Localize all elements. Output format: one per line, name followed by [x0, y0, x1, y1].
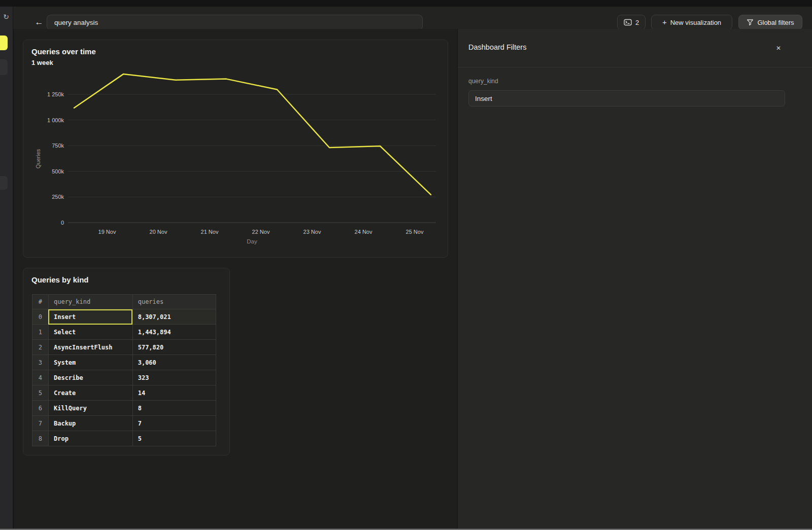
topbar: ← 2 + New visualization Global filters: [13, 7, 812, 29]
row-index-cell: 0: [32, 309, 49, 325]
close-icon[interactable]: ✕: [772, 42, 785, 54]
table-title: Queries by kind: [31, 275, 89, 284]
global-filters-button[interactable]: Global filters: [738, 15, 802, 30]
panel-title: Dashboard Filters: [468, 43, 526, 51]
table-row: 7Backup7: [32, 416, 216, 431]
row-index-cell: 5: [32, 385, 49, 401]
table-row: 3System3,060: [32, 355, 216, 370]
query-kind-cell[interactable]: Create: [48, 385, 132, 401]
console-count: 2: [635, 19, 639, 26]
query-kind-filter-input[interactable]: [468, 90, 785, 107]
svg-text:1 250k: 1 250k: [47, 91, 64, 97]
rail-tab-yellow-swatch[interactable]: [0, 36, 8, 50]
svg-text:22 Nov: 22 Nov: [252, 229, 270, 235]
svg-text:25 Nov: 25 Nov: [406, 229, 424, 235]
main-content: Queries over time 1 week 0250k500k750k1 …: [14, 29, 457, 528]
query-kind-cell[interactable]: KillQuery: [48, 401, 132, 416]
queries-value-cell[interactable]: 3,060: [132, 355, 216, 370]
panel-divider: [458, 67, 812, 67]
row-index-cell: 7: [32, 416, 49, 431]
query-kind-cell[interactable]: Insert: [48, 309, 132, 325]
queries-table-body: 0Insert8,307,0211Select1,443,8942AsyncIn…: [32, 309, 216, 446]
svg-text:Queries: Queries: [35, 149, 41, 168]
queries-value-cell[interactable]: 5: [132, 431, 216, 446]
query-kind-cell[interactable]: Backup: [48, 416, 132, 431]
queries-value-cell[interactable]: 8,307,021: [132, 309, 216, 325]
query-kind-cell[interactable]: System: [48, 355, 132, 370]
column-header-index: #: [32, 295, 49, 309]
query-kind-cell[interactable]: Drop: [48, 431, 132, 446]
table-row: 8Drop5: [32, 431, 216, 446]
row-index-cell: 3: [32, 355, 49, 370]
table-row: 1Select1,443,894: [32, 325, 216, 340]
new-visualization-label: New visualization: [670, 19, 721, 26]
left-rail: ↻: [0, 7, 13, 528]
rail-tab-item[interactable]: [0, 176, 8, 190]
queries-over-time-chart: 0250k500k750k1 000k1 250k19 Nov20 Nov21 …: [23, 40, 448, 257]
refresh-icon[interactable]: ↻: [1, 11, 12, 22]
svg-text:24 Nov: 24 Nov: [355, 229, 373, 235]
row-index-cell: 8: [32, 431, 49, 446]
row-index-cell: 6: [32, 401, 49, 416]
table-row: 5Create14: [32, 385, 216, 401]
table-row: 4Describe323: [32, 370, 216, 385]
query-kind-cell[interactable]: AsyncInsertFlush: [48, 340, 132, 355]
table-header-row: # query_kind queries: [32, 295, 216, 309]
console-count-button[interactable]: 2: [617, 15, 646, 30]
queries-value-cell[interactable]: 8: [132, 401, 216, 416]
svg-text:1 000k: 1 000k: [47, 117, 64, 123]
row-index-cell: 1: [32, 325, 49, 340]
svg-text:19 Nov: 19 Nov: [98, 229, 116, 235]
plus-icon: +: [662, 18, 667, 26]
back-button[interactable]: ←: [32, 17, 46, 28]
row-index-cell: 4: [32, 370, 49, 385]
svg-text:250k: 250k: [52, 194, 64, 200]
queries-value-cell[interactable]: 14: [132, 385, 216, 401]
row-index-cell: 2: [32, 340, 49, 355]
queries-over-time-card: Queries over time 1 week 0250k500k750k1 …: [23, 40, 448, 258]
svg-text:500k: 500k: [52, 168, 64, 174]
queries-table: # query_kind queries 0Insert8,307,0211Se…: [32, 294, 216, 446]
query-kind-cell[interactable]: Describe: [48, 370, 132, 385]
queries-by-kind-card: Queries by kind # query_kind queries 0In…: [23, 268, 230, 455]
svg-text:23 Nov: 23 Nov: [303, 229, 321, 235]
queries-value-cell[interactable]: 1,443,894: [132, 325, 216, 340]
query-kind-cell[interactable]: Select: [48, 325, 132, 340]
table-row: 6KillQuery8: [32, 401, 216, 416]
column-header-queries: queries: [132, 295, 216, 309]
queries-value-cell[interactable]: 577,820: [132, 340, 216, 355]
funnel-icon: [747, 19, 754, 26]
table-row: 2AsyncInsertFlush577,820: [32, 340, 216, 355]
dashboard-title-input[interactable]: [47, 15, 423, 30]
global-filters-label: Global filters: [757, 19, 794, 26]
column-header-query-kind: query_kind: [48, 295, 132, 309]
window-top-strip: [0, 0, 812, 7]
dashboard-filters-panel: Dashboard Filters ✕ query_kind: [457, 29, 812, 528]
queries-value-cell[interactable]: 7: [132, 416, 216, 431]
svg-text:Day: Day: [247, 238, 257, 244]
query-kind-field-label: query_kind: [468, 78, 498, 85]
dashboard-app: ← 2 + New visualization Global filters ↻: [0, 0, 812, 530]
svg-text:750k: 750k: [52, 143, 64, 149]
svg-text:20 Nov: 20 Nov: [150, 229, 167, 235]
queries-value-cell[interactable]: 323: [132, 370, 216, 385]
rail-tab-item[interactable]: [0, 59, 8, 75]
svg-text:21 Nov: 21 Nov: [201, 229, 219, 235]
table-row: 0Insert8,307,021: [32, 309, 216, 325]
new-visualization-button[interactable]: + New visualization: [651, 15, 732, 30]
console-icon: [624, 19, 632, 26]
svg-text:0: 0: [61, 220, 64, 226]
